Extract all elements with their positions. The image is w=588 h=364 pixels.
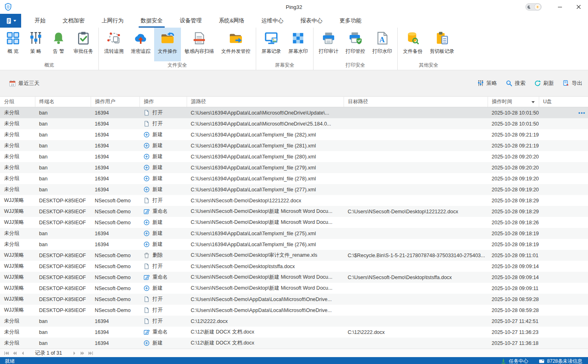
sort-caret-icon[interactable] [531, 101, 535, 103]
table-row[interactable]: 未分组ban16394新建C:\Users\16394\AppData\Loca… [0, 162, 588, 173]
search-action-button[interactable]: 搜索 [506, 80, 525, 87]
menu-tab-7[interactable]: 运维中心 [253, 14, 292, 28]
app-menu-button[interactable] [0, 14, 21, 28]
column-label: 源路径 [191, 99, 207, 104]
column-header-5[interactable]: 源路径 [187, 97, 344, 107]
export-action-button[interactable]: 导出 [563, 80, 582, 87]
menu-tab-6[interactable]: 系统&网络 [210, 14, 253, 28]
ribbon-item-bell[interactable]: 告 警 [47, 28, 70, 61]
table-row[interactable]: WJJ策略DESKTOP-K85IEOFNSecsoft-Demo新建C:\Us… [0, 283, 588, 294]
sliders-sm-action-button[interactable]: 策略 [477, 80, 497, 87]
menu-tab-9[interactable]: 更多功能 [331, 14, 370, 28]
table-row[interactable]: 未分组ban16394新建C:\Users\16394\AppData\Loca… [0, 184, 588, 195]
task-center-button[interactable]: 任务中心 [501, 358, 528, 364]
menu-tab-4[interactable]: 数据安全 [132, 14, 171, 28]
table-row[interactable]: 未分组ban16394新建C:\Users\16394\AppData\Loca… [0, 151, 588, 162]
ribbon-item-folder-return[interactable]: 文件操作 [154, 28, 181, 61]
table-row[interactable]: 未分组ban16394新建C:\Users\16394\AppData\Loca… [0, 173, 588, 184]
op-new-icon [144, 143, 150, 149]
table-row[interactable]: WJJ策略DESKTOP-K85IEOFNSecsoft-Demo打开C:\Us… [0, 195, 588, 206]
table-row[interactable]: WJJ策略DESKTOP-K85IEOFNSecsoft-Demo打开C:\Us… [0, 294, 588, 305]
ribbon-item-clipboard-doc[interactable]: 剪切板记录 [426, 28, 458, 61]
cell-terminal: ban [35, 107, 91, 119]
menu-tab-8[interactable]: 报表中心 [292, 14, 331, 28]
app-logo-icon [4, 3, 12, 11]
ribbon-item-db-search[interactable]: 文件备份 [399, 28, 426, 61]
column-header-3[interactable]: 操作用户 [91, 97, 139, 107]
cell-usb: ••• [539, 107, 588, 119]
theme-toggle[interactable] [525, 3, 542, 11]
column-header-6[interactable]: 目标路径 [344, 97, 488, 107]
last-page-button[interactable] [87, 350, 95, 356]
prev-group-button[interactable] [11, 350, 19, 356]
menu-tab-5[interactable]: 设备管理 [171, 14, 210, 28]
column-header-1[interactable]: 分组 [0, 97, 35, 107]
table-row[interactable]: WJJ策略DESKTOP-K85IEOFNSecsoft-Demo新建C:\Us… [0, 217, 588, 228]
cell-target-path [344, 118, 488, 129]
ribbon-item-grid[interactable]: 概 览 [2, 28, 24, 61]
ribbon-item-clipboard-check[interactable]: 审批任务 [70, 28, 97, 61]
cell-user: NSecsoft-Demo [91, 250, 139, 261]
table-row[interactable]: 未分组ban16394打开C:\12\2222.docx2025-10-27 1… [0, 316, 588, 327]
column-header-2[interactable]: 终端名 [35, 97, 91, 107]
ribbon-item-watermark[interactable]: 屏幕水印 [285, 28, 311, 61]
date-filter-button[interactable]: 23 最近三天 [9, 80, 39, 87]
ribbon-item-printer-shield[interactable]: 打印管控 [342, 28, 369, 61]
table-row[interactable]: WJJ策略DESKTOP-K85IEOFNSecsoft-Demo打开C:\Us… [0, 305, 588, 316]
table-row[interactable]: 未分组ban16394新建C:\Users\16394\AppData\Loca… [0, 129, 588, 140]
cell-operation: 新建 [139, 140, 187, 151]
file-list-icon [5, 17, 12, 24]
ribbon-item-printer[interactable]: 打印审计 [315, 28, 342, 61]
menu-tab-1[interactable]: 开始 [26, 14, 54, 28]
cell-target-path [344, 162, 488, 173]
table-row[interactable]: WJJ策略DESKTOP-K85IEOFNSecsoft-Demo打开C:\Us… [0, 261, 588, 272]
table-row[interactable]: 未分组ban16394新建C:\Users\16394\AppData\Loca… [0, 140, 588, 151]
minimize-button[interactable] [551, 0, 569, 14]
ribbon-item-sliders[interactable]: 策 略 [24, 28, 47, 61]
cell-time: 2025-10-27 11:36:18 [488, 338, 539, 349]
refresh-action-button[interactable]: 刷新 [534, 80, 554, 87]
cell-target-path: C:\12\2222.docx [344, 327, 488, 338]
printer-icon [322, 31, 335, 45]
column-header-4[interactable]: 操作 [139, 97, 187, 107]
bell-icon [52, 31, 65, 45]
cell-terminal: ban [35, 239, 91, 250]
cell-usb [539, 228, 588, 239]
column-header-7[interactable]: 操作时间 [488, 97, 539, 107]
unread-messages-label: 8728条未读信息 [547, 358, 582, 364]
row-actions-ellipsis-button[interactable]: ••• [578, 110, 586, 116]
operation-label: 新建 [152, 186, 163, 193]
next-page-button[interactable] [70, 350, 78, 356]
close-button[interactable] [569, 0, 588, 14]
unread-messages-button[interactable]: 8728条未读信息 [539, 358, 582, 364]
table-row[interactable]: WJJ策略DESKTOP-K85IEOFNSecsoft-Demo重命名C:\U… [0, 272, 588, 283]
table-row[interactable]: 未分组ban16394新建C:\Users\16394\AppData\Loca… [0, 239, 588, 250]
ribbon-item-monitor[interactable]: 屏幕记录 [258, 28, 285, 61]
prev-page-button[interactable] [19, 350, 27, 356]
cell-source-path: C:\Users\16394\AppData\Local\Temp\xml_fi… [187, 140, 344, 151]
table-row[interactable]: 未分组ban16394打开C:\Users\16394\AppData\Loca… [0, 118, 588, 129]
ribbon-item-trace[interactable]: 流转追溯 [100, 28, 127, 61]
column-header-8[interactable]: U盘 [539, 97, 588, 107]
cell-source-path: C:\Users\16394\AppData\Local\Temp\xml_fi… [187, 173, 344, 184]
ribbon-item-label: 流转追溯 [104, 48, 124, 55]
operation-label: 新建 [152, 230, 163, 237]
table-row[interactable]: 未分组ban16394重命名C:\12\新建 DOCX 文档.docxC:\12… [0, 327, 588, 338]
ribbon-item-doc-a[interactable]: A打印水印 [369, 28, 396, 61]
ribbon-item-cloud-up[interactable]: 泄密追踪 [127, 28, 154, 61]
ribbon-item-doc-scan[interactable]: 敏感内容扫描 [181, 28, 218, 61]
menu-tab-3[interactable]: 上网行为 [93, 14, 132, 28]
table-row[interactable]: 未分组ban16394打开C:\Users\16394\AppData\Loca… [0, 107, 588, 119]
first-page-button[interactable] [2, 350, 11, 356]
ribbon-item-label: 文件外发管控 [221, 48, 250, 55]
ribbon-item-folder-out[interactable]: 文件外发管控 [218, 28, 254, 61]
table-row[interactable]: WJJ策略DESKTOP-K85IEOFNSecsoft-Demo删除C:\Us… [0, 250, 588, 261]
table-row[interactable]: WJJ策略DESKTOP-K85IEOFNSecsoft-Demo重命名C:\U… [0, 206, 588, 217]
cell-usb [539, 338, 588, 349]
calendar-icon: 23 [9, 80, 16, 87]
menu-tab-2[interactable]: 文档加密 [54, 14, 93, 28]
next-group-button[interactable] [78, 350, 87, 356]
ribbon: 概 览策 略告 警审批任务概览流转追溯泄密追踪文件操作敏感内容扫描文件外发管控文… [0, 28, 588, 70]
table-row[interactable]: 未分组ban16394新建C:\12\新建 DOCX 文档.docx2025-1… [0, 338, 588, 349]
table-row[interactable]: 未分组ban16394新建C:\Users\16394\AppData\Loca… [0, 228, 588, 239]
